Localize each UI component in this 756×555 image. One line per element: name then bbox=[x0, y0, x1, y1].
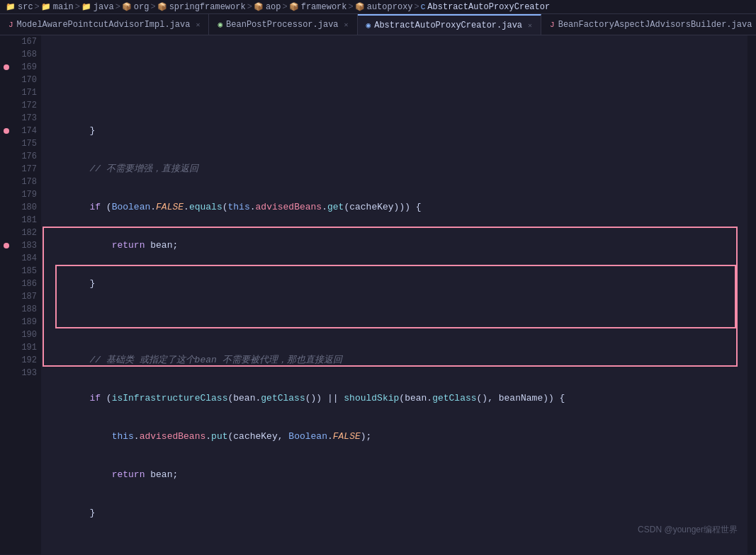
pkg-icon: 📦 bbox=[157, 2, 167, 11]
gutter-marker-20 bbox=[2, 278, 11, 290]
gutter-marker-26 bbox=[2, 354, 11, 367]
code-line: // 不需要增强，直接返回 bbox=[45, 163, 747, 176]
gutter-marker-23 bbox=[2, 316, 11, 328]
gutter-marker-9 bbox=[2, 137, 11, 150]
gutter-marker-3 bbox=[2, 61, 11, 74]
gutter-marker-24 bbox=[2, 328, 11, 341]
pkg-icon: 📦 bbox=[355, 2, 365, 11]
java-icon: J bbox=[9, 21, 13, 29]
tab-model-aware[interactable]: J ModelAwarePointcutAdvisorImpl.java ✕ bbox=[0, 14, 209, 35]
code-line: if (Boolean.FALSE.equals(this.advisedBea… bbox=[45, 201, 747, 214]
breadcrumb-java[interactable]: 📁 java bbox=[81, 2, 114, 12]
breadcrumb-src[interactable]: 📁 src bbox=[6, 2, 33, 12]
line-numbers: 167 168 169 170 171 172 173 174 175 176 … bbox=[13, 35, 41, 554]
code-line: return bean; bbox=[45, 239, 747, 252]
code-line: // 基础类 或指定了这个bean 不需要被代理，那也直接返回 bbox=[45, 354, 747, 367]
gutter-marker-2 bbox=[2, 48, 11, 61]
tab-label: ModelAwarePointcutAdvisorImpl.java bbox=[17, 20, 191, 30]
gutter-marker-21 bbox=[2, 290, 11, 303]
tab-bean-factory[interactable]: J BeanFactoryAspectJAdvisorsBuilder.java… bbox=[541, 14, 756, 35]
tab-label: BeanFactoryAspectJAdvisorsBuilder.java bbox=[558, 20, 752, 30]
code-editor[interactable]: } // 不需要增强，直接返回 if (Boolean.FALSE.equals… bbox=[41, 35, 747, 554]
pkg-icon: 📦 bbox=[254, 2, 264, 11]
code-line: if (isInfrastructureClass(bean.getClass(… bbox=[45, 392, 747, 405]
code-line bbox=[45, 316, 747, 328]
bean-icon: ◉ bbox=[218, 20, 222, 29]
tab-label: BeanPostProcessor.java bbox=[226, 20, 338, 30]
class-icon: C bbox=[421, 3, 426, 11]
gutter-marker-13 bbox=[2, 188, 11, 201]
gutter-marker-12 bbox=[2, 176, 11, 188]
tab-abstract-auto-proxy[interactable]: ◉ AbstractAutoProxyCreator.java ✕ bbox=[358, 14, 542, 35]
close-icon[interactable]: ✕ bbox=[344, 21, 349, 29]
scrollbar-right[interactable] bbox=[747, 35, 756, 554]
breadcrumb-autoproxy[interactable]: 📦 autoproxy bbox=[355, 2, 413, 12]
code-line: this.advisedBeans.put(cacheKey, Boolean.… bbox=[45, 430, 747, 443]
gutter-marker-11 bbox=[2, 163, 11, 176]
close-icon[interactable]: ✕ bbox=[528, 21, 532, 30]
breadcrumb: 📁 src > 📁 main > 📁 java > 📦 org > 📦 spri… bbox=[0, 0, 756, 14]
pkg-icon: 📦 bbox=[289, 2, 299, 11]
gutter-marker-27 bbox=[2, 367, 11, 379]
breadcrumb-org[interactable]: 📦 org bbox=[122, 2, 149, 12]
java-icon: J bbox=[550, 21, 555, 29]
tab-bean-post-processor[interactable]: ◉ BeanPostProcessor.java ✕ bbox=[209, 14, 357, 35]
breadcrumb-springframework[interactable]: 📦 springframework bbox=[157, 2, 246, 12]
gutter-marker-17 bbox=[2, 239, 11, 252]
pkg-icon: 📦 bbox=[122, 2, 132, 11]
tab-label: AbstractAutoProxyCreator.java bbox=[374, 21, 522, 30]
folder-icon: 📁 bbox=[6, 2, 16, 11]
gutter-marker-8 bbox=[2, 125, 11, 137]
gutter-marker-25 bbox=[2, 341, 11, 354]
gutter-left bbox=[0, 35, 13, 554]
code-line: return bean; bbox=[45, 469, 747, 481]
close-icon[interactable]: ✕ bbox=[196, 21, 200, 29]
gutter-marker-10 bbox=[2, 150, 11, 163]
watermark: CSDN @younger编程世界 bbox=[624, 510, 738, 549]
editor-container: 167 168 169 170 171 172 173 174 175 176 … bbox=[0, 35, 756, 554]
gutter-marker-6 bbox=[2, 99, 11, 112]
breadcrumb-main[interactable]: 📁 main bbox=[41, 2, 74, 12]
gutter-marker-22 bbox=[2, 303, 11, 316]
gutter-marker-14 bbox=[2, 201, 11, 214]
folder-icon: 📁 bbox=[41, 2, 51, 11]
gutter-marker-18 bbox=[2, 252, 11, 265]
folder-icon: 📁 bbox=[81, 2, 91, 11]
gutter-marker-7 bbox=[2, 112, 11, 125]
gutter-marker-19 bbox=[2, 265, 11, 278]
gutter-marker-1 bbox=[2, 35, 11, 48]
breadcrumb-aop[interactable]: 📦 aop bbox=[254, 2, 281, 12]
code-line: } bbox=[45, 278, 747, 290]
breadcrumb-class[interactable]: C AbstractAutoProxyCreator bbox=[421, 2, 550, 12]
gutter-marker-4 bbox=[2, 74, 11, 86]
gutter-marker-5 bbox=[2, 86, 11, 99]
code-line: } bbox=[45, 125, 747, 137]
gutter-marker-16 bbox=[2, 227, 11, 239]
gutter-marker-15 bbox=[2, 214, 11, 227]
abstract-icon: ◉ bbox=[366, 21, 371, 30]
tab-bar: J ModelAwarePointcutAdvisorImpl.java ✕ ◉… bbox=[0, 14, 756, 35]
breadcrumb-framework[interactable]: 📦 framework bbox=[289, 2, 347, 12]
